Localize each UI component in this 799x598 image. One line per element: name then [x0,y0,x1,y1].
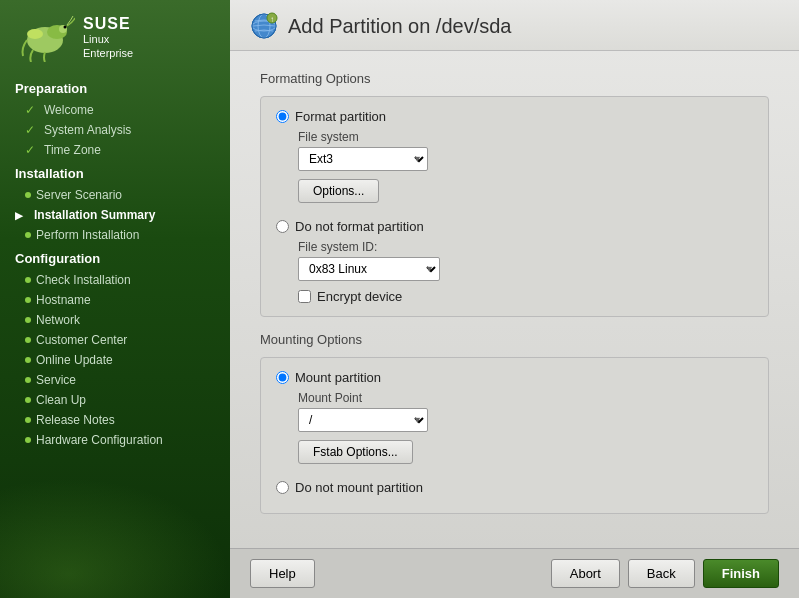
dot-icon [25,377,31,383]
mount-partition-label: Mount partition [295,370,381,385]
content-area: ↑ Add Partition on /dev/sda Formatting O… [230,0,799,598]
dot-icon [25,277,31,283]
mount-point-label: Mount Point [298,391,753,405]
nav-label-clean-up: Clean Up [36,393,86,407]
encrypt-device-checkbox[interactable] [298,290,311,303]
sidebar-item-release-notes[interactable]: Release Notes [0,410,230,430]
nav-label-server-scenario: Server Scenario [36,188,122,202]
nav-label-perform-installation: Perform Installation [36,228,139,242]
content-body: Formatting Options Format partition File… [230,51,799,548]
nav-label-check-installation: Check Installation [36,273,131,287]
format-partition-label: Format partition [295,109,386,124]
mount-point-group: Mount Point / /boot /home /var swap [298,391,753,432]
do-not-mount-row: Do not mount partition [276,480,753,495]
nav-section-configuration: Configuration [0,245,230,270]
dot-icon [25,192,31,198]
file-system-select[interactable]: Ext3 Ext2 Ext4 XFS Btrfs ReiserFS [298,147,428,171]
bottom-bar: Help Abort Back Finish [230,548,799,598]
mounting-options-group: Mount partition Mount Point / /boot /hom… [260,357,769,514]
arrow-icon: ▶ [15,210,29,221]
nav-label-hardware-configuration: Hardware Configuration [36,433,163,447]
sidebar-item-welcome[interactable]: ✓ Welcome [0,100,230,120]
dot-icon [25,357,31,363]
abort-button[interactable]: Abort [551,559,620,588]
globe-icon: ↑ [250,12,278,40]
nav-section-installation: Installation [0,160,230,185]
file-system-label: File system [298,130,753,144]
dot-icon [25,337,31,343]
nav-section-preparation: Preparation [0,75,230,100]
do-not-format-label: Do not format partition [295,219,424,234]
nav-label-customer-center: Customer Center [36,333,127,347]
check-icon: ✓ [25,143,39,157]
file-system-dropdown-wrapper: Ext3 Ext2 Ext4 XFS Btrfs ReiserFS [298,147,428,171]
dot-icon [25,232,31,238]
format-partition-row: Format partition [276,109,753,124]
formatting-options-group: Format partition File system Ext3 Ext2 E… [260,96,769,317]
file-system-id-select[interactable]: 0x83 Linux 0x82 Linux swap 0x8e LVM [298,257,440,281]
sidebar-item-customer-center[interactable]: Customer Center [0,330,230,350]
sidebar-logo: SUSE Linux Enterprise [0,0,230,70]
sidebar: SUSE Linux Enterprise Preparation ✓ Welc… [0,0,230,598]
file-system-id-wrapper: 0x83 Linux 0x82 Linux swap 0x8e LVM [298,257,440,281]
file-system-dropdown-row: Ext3 Ext2 Ext4 XFS Btrfs ReiserFS [298,147,753,171]
sidebar-item-clean-up[interactable]: Clean Up [0,390,230,410]
file-system-id-group: File system ID: 0x83 Linux 0x82 Linux sw… [298,240,753,281]
finish-button[interactable]: Finish [703,559,779,588]
sidebar-item-online-update[interactable]: Online Update [0,350,230,370]
nav-label-system-analysis: System Analysis [44,123,131,137]
sidebar-item-check-installation[interactable]: Check Installation [0,270,230,290]
do-not-mount-radio[interactable] [276,481,289,494]
dot-icon [25,397,31,403]
back-button[interactable]: Back [628,559,695,588]
nav-label-online-update: Online Update [36,353,113,367]
sidebar-item-network[interactable]: Network [0,310,230,330]
check-icon: ✓ [25,123,39,137]
mount-partition-radio[interactable] [276,371,289,384]
svg-text:↑: ↑ [270,15,274,24]
format-partition-radio[interactable] [276,110,289,123]
file-system-group: File system Ext3 Ext2 Ext4 XFS Btrfs Rei… [298,130,753,171]
dot-icon [25,437,31,443]
sidebar-item-time-zone[interactable]: ✓ Time Zone [0,140,230,160]
sidebar-item-system-analysis[interactable]: ✓ System Analysis [0,120,230,140]
sidebar-item-service[interactable]: Service [0,370,230,390]
mount-point-select[interactable]: / /boot /home /var swap [298,408,428,432]
chameleon-icon [15,12,75,62]
formatting-options-label: Formatting Options [260,71,769,86]
options-button[interactable]: Options... [298,179,379,203]
content-header: ↑ Add Partition on /dev/sda [230,0,799,51]
svg-point-4 [27,29,43,39]
mounting-options-label: Mounting Options [260,332,769,347]
suse-brand-text: SUSE Linux Enterprise [83,14,133,60]
sidebar-item-server-scenario[interactable]: Server Scenario [0,185,230,205]
nav-label-installation-summary: Installation Summary [34,208,155,222]
action-buttons: Abort Back Finish [551,559,779,588]
nav-label-release-notes: Release Notes [36,413,115,427]
dot-icon [25,317,31,323]
encrypt-device-label: Encrypt device [317,289,402,304]
do-not-mount-label: Do not mount partition [295,480,423,495]
mount-partition-row: Mount partition [276,370,753,385]
sidebar-item-installation-summary[interactable]: ▶ Installation Summary [0,205,230,225]
sidebar-item-perform-installation[interactable]: Perform Installation [0,225,230,245]
check-icon: ✓ [25,103,39,117]
nav-label-welcome: Welcome [44,103,94,117]
dot-icon [25,297,31,303]
mount-point-wrapper: / /boot /home /var swap [298,408,428,432]
svg-point-3 [64,26,67,29]
nav-label-time-zone: Time Zone [44,143,101,157]
file-system-id-dropdown-row: 0x83 Linux 0x82 Linux swap 0x8e LVM [298,257,753,281]
dot-icon [25,417,31,423]
file-system-id-label: File system ID: [298,240,753,254]
do-not-format-row: Do not format partition [276,219,753,234]
sidebar-item-hardware-configuration[interactable]: Hardware Configuration [0,430,230,450]
page-title: Add Partition on /dev/sda [288,15,511,38]
encrypt-device-row: Encrypt device [298,289,753,304]
nav-label-service: Service [36,373,76,387]
fstab-options-button[interactable]: Fstab Options... [298,440,413,464]
sidebar-item-hostname[interactable]: Hostname [0,290,230,310]
help-button[interactable]: Help [250,559,315,588]
nav-label-hostname: Hostname [36,293,91,307]
do-not-format-radio[interactable] [276,220,289,233]
